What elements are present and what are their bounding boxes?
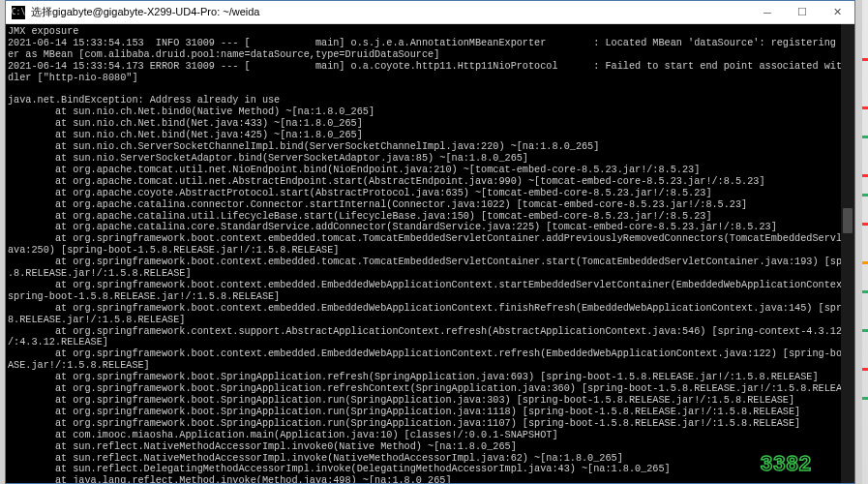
gutter-marker xyxy=(862,329,868,332)
gutter-marker xyxy=(862,368,868,371)
window-title: 选择gigabyte@gigabyte-X299-UD4-Pro: ~/weid… xyxy=(29,5,750,19)
terminal-output[interactable]: JMX exposure 2021-06-14 15:33:54.153 INF… xyxy=(6,24,854,483)
maximize-button[interactable]: ☐ xyxy=(785,1,820,24)
gutter-marker xyxy=(862,136,868,138)
window-controls: ─ ☐ ✕ xyxy=(750,1,854,24)
gutter-marker xyxy=(862,223,868,226)
watermark-text: 3382 xyxy=(761,451,812,476)
cmd-icon: C:\ xyxy=(12,6,25,19)
close-button[interactable]: ✕ xyxy=(820,1,854,24)
gutter-marker xyxy=(862,397,868,400)
gutter-marker xyxy=(862,106,868,109)
gutter-marker xyxy=(862,261,868,264)
gutter-marker xyxy=(862,194,868,197)
minimize-button[interactable]: ─ xyxy=(750,1,785,24)
gutter-marker xyxy=(862,290,868,293)
scrollbar-thumb[interactable] xyxy=(843,208,853,233)
titlebar[interactable]: C:\ 选择gigabyte@gigabyte-X299-UD4-Pro: ~/… xyxy=(6,1,854,24)
gutter-marker xyxy=(862,174,868,177)
editor-gutter-strip xyxy=(862,0,868,484)
gutter-marker xyxy=(862,58,868,61)
vertical-scrollbar[interactable] xyxy=(841,24,854,483)
terminal-window: C:\ 选择gigabyte@gigabyte-X299-UD4-Pro: ~/… xyxy=(5,0,855,484)
